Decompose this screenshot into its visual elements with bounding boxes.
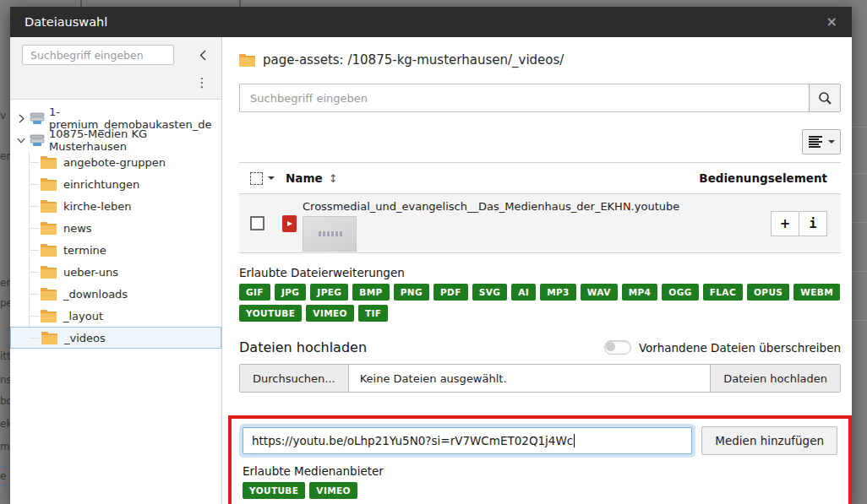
tree-item-label: news: [63, 222, 92, 235]
backdrop-text-fragment: er: [0, 150, 10, 162]
overwrite-label: Vorhandene Dateien überschreiben: [639, 341, 841, 355]
select-all-checkbox[interactable]: [250, 172, 263, 185]
view-options-row: [239, 129, 841, 154]
tree-item-angebote-gruppen[interactable]: angebote-gruppen: [10, 151, 221, 173]
tree-item-storage-demobaukasten[interactable]: 1-premium_demobaukasten_de: [10, 107, 221, 129]
tree-item-label: _layout: [63, 310, 103, 322]
folder-icon: [41, 244, 57, 257]
path-text: page-assets: /10875-kg-musterhausen/_vid…: [263, 52, 564, 68]
tree-item-termine[interactable]: termine: [10, 239, 221, 261]
extension-badge: WEBM: [793, 284, 840, 301]
provider-badge: YOUTUBE: [243, 482, 305, 499]
storage-icon: [30, 134, 45, 147]
chevron-right-icon[interactable]: [17, 114, 25, 123]
media-url-value: https://youtu.be/oLhp21Yu5N0?si=rV7WCmET…: [252, 434, 573, 447]
backdrop-line: [80, 0, 82, 7]
close-icon[interactable]: ×: [826, 15, 837, 29]
backdrop-text-fragment: e: [0, 466, 10, 486]
extension-badge: SVG: [472, 284, 508, 301]
extension-badge: OGG: [662, 284, 698, 301]
folder-icon: [41, 332, 57, 344]
tree-item-news[interactable]: news: [10, 217, 221, 239]
tree-item-label: _downloads: [63, 288, 128, 301]
kebab-menu-icon[interactable]: ⋮: [194, 74, 210, 91]
overwrite-toggle-group: Vorhandene Dateien überschreiben: [604, 340, 841, 355]
tree-item-einrichtungen[interactable]: einrichtungen: [10, 173, 221, 195]
backdrop-text-fragment: v: [0, 110, 10, 122]
row-checkbox[interactable]: [250, 216, 264, 230]
file-search-bar: [239, 84, 841, 112]
extension-badge: PDF: [434, 284, 468, 301]
column-header-control: Bedienungselement: [699, 171, 827, 185]
selection-dropdown-icon[interactable]: [268, 176, 275, 183]
list-view-icon: [809, 136, 822, 148]
file-search-input[interactable]: [239, 84, 809, 112]
media-url-row: https://youtu.be/oLhp21Yu5N0?si=rV7WCmET…: [243, 426, 837, 455]
sort-icon: ↕: [329, 172, 338, 185]
backdrop-text-fragment: ek: [0, 418, 10, 430]
tree-item-kirche-leben[interactable]: kirche-leben: [10, 195, 221, 217]
media-url-input[interactable]: https://youtu.be/oLhp21Yu5N0?si=rV7WCmET…: [243, 427, 692, 454]
extension-badge: MP3: [540, 284, 576, 301]
browse-files-button[interactable]: Durchsuchen...: [240, 365, 349, 392]
file-table-row: Crossmedial_und_evangelisch__Das_Medienh…: [239, 194, 841, 253]
file-browser-main: page-assets: /10875-kg-musterhausen/_vid…: [222, 37, 852, 504]
extension-badge: AI: [511, 284, 536, 301]
row-action-buttons: + i: [771, 211, 827, 236]
extension-badge: JPG: [275, 284, 306, 301]
folder-icon: [41, 266, 57, 279]
toggle-knob: [606, 342, 615, 351]
tree-item-label: kirche-leben: [63, 200, 131, 213]
add-file-button[interactable]: +: [771, 211, 799, 236]
tree-item-label: termine: [63, 244, 106, 257]
tree-item-label: _videos: [64, 332, 106, 344]
collapse-sidebar-button[interactable]: [195, 47, 210, 62]
file-name[interactable]: Crossmedial_und_evangelisch__Das_Medienh…: [303, 200, 679, 213]
backdrop-text-fragment: en: [0, 277, 10, 289]
column-header-name[interactable]: Name ↕: [286, 171, 338, 185]
extension-badge: BMP: [352, 284, 389, 301]
folder-icon: [41, 200, 57, 213]
tree-search-input[interactable]: [22, 45, 174, 65]
file-upload-group: Durchsuchen... Keine Dateien ausgewählt.…: [239, 364, 841, 393]
allowed-extensions-badges: GIF JPG JPEG BMP PNG PDF SVG AI MP3 WAV …: [239, 284, 841, 322]
search-button[interactable]: [809, 84, 841, 112]
view-mode-button[interactable]: [802, 129, 841, 154]
add-media-section-highlighted: https://youtu.be/oLhp21Yu5N0?si=rV7WCmET…: [228, 415, 852, 504]
sidebar-toolbar: ⋮: [10, 37, 221, 100]
chevron-down-icon[interactable]: [17, 138, 25, 144]
backdrop-text-fragment: itt: [0, 350, 10, 362]
storage-icon: [30, 112, 45, 125]
extension-badge: VIMEO: [306, 305, 354, 322]
tree-item-layout[interactable]: _layout: [10, 305, 221, 327]
chevron-left-icon: [199, 50, 206, 61]
file-thumbnail: [303, 216, 357, 252]
allowed-extensions-label: Erlaubte Dateierweiterungen: [239, 266, 841, 279]
youtube-file-icon: [282, 215, 297, 232]
folder-icon: [41, 222, 57, 235]
upload-files-button[interactable]: Dateien hochladen: [710, 365, 840, 392]
extension-badge: MP4: [622, 284, 658, 301]
chevron-down-icon: [828, 140, 835, 147]
backdrop-line: [852, 320, 867, 321]
tree-item-label: einrichtungen: [63, 178, 139, 191]
folder-icon: [41, 310, 57, 322]
allowed-providers-label: Erlaubte Medienanbieter: [243, 464, 837, 478]
tree-item-ueber-uns[interactable]: ueber-uns: [10, 261, 221, 283]
text-cursor: [574, 434, 575, 447]
extension-badge: WAV: [581, 284, 618, 301]
tree-item-storage-musterhausen[interactable]: 10875-Medien KG Musterhausen: [10, 129, 221, 151]
tree-item-downloads[interactable]: _downloads: [10, 283, 221, 305]
extension-badge: OPUS: [747, 284, 789, 301]
search-icon: [818, 91, 832, 106]
allowed-providers-badges: YOUTUBE VIMEO: [243, 482, 837, 499]
tree-item-label: ueber-uns: [63, 266, 118, 279]
overwrite-toggle[interactable]: [604, 340, 631, 355]
backdrop-text-fragment: m: [0, 441, 10, 453]
add-media-button[interactable]: Medien hinzufügen: [701, 426, 837, 455]
folder-icon: [41, 288, 57, 301]
file-info-button[interactable]: i: [799, 211, 827, 236]
folder-icon: [239, 54, 255, 67]
file-cell: Crossmedial_und_evangelisch__Das_Medienh…: [303, 194, 679, 252]
tree-item-videos[interactable]: _videos: [10, 327, 221, 349]
